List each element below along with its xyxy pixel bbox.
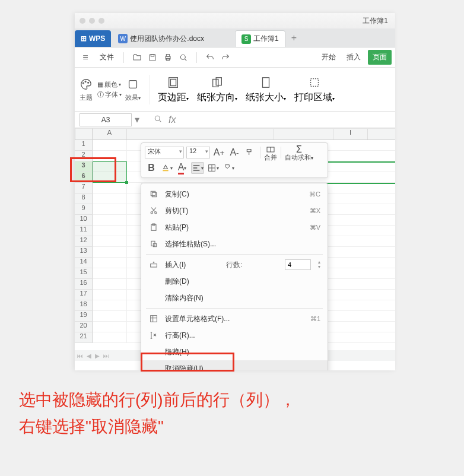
open-icon[interactable]	[130, 50, 144, 65]
col-header[interactable]: I	[333, 129, 368, 139]
ribbon-orientation[interactable]: 纸张方向▾	[197, 75, 237, 104]
row-header[interactable]: 9	[75, 204, 93, 215]
tab-start[interactable]: 开始	[318, 52, 339, 62]
palette-icon[interactable]	[78, 77, 94, 92]
column-headers[interactable]: A I	[93, 128, 395, 140]
close-icon[interactable]	[80, 18, 85, 24]
row-header[interactable]: 12	[75, 236, 93, 247]
preview-icon[interactable]	[176, 50, 190, 65]
ctx-paste[interactable]: 粘贴(P) ⌘V	[141, 219, 328, 236]
ctx-delete[interactable]: 删除(D)	[141, 273, 328, 290]
decrease-font-icon[interactable]: A-	[228, 147, 241, 158]
window-title: 工作簿1	[104, 16, 390, 26]
autosum-button[interactable]: Σ 自动求和▾	[285, 145, 313, 161]
borders-icon[interactable]: ▾	[206, 162, 220, 174]
ctx-paste-special[interactable]: 选择性粘贴(S)...	[141, 236, 328, 252]
last-sheet-icon[interactable]: ⏭	[103, 353, 109, 359]
file-menu[interactable]: 文件	[96, 51, 117, 64]
fill-color-icon[interactable]: ▾	[160, 162, 173, 174]
colors-icon[interactable]: ▦	[97, 81, 103, 88]
svg-rect-9	[129, 81, 137, 88]
ctx-row-height[interactable]: 行高(R)...	[141, 327, 328, 344]
row-header[interactable]: 20	[75, 322, 93, 332]
align-icon[interactable]: ▾	[191, 162, 204, 174]
svg-rect-19	[163, 170, 168, 171]
svg-point-16	[155, 116, 160, 120]
main-toolbar: ≡ 文件 开始 插入 页面	[75, 47, 395, 68]
row-header[interactable]: 14	[75, 258, 93, 268]
row-header[interactable]: 1	[75, 140, 93, 151]
row-header[interactable]: 11	[75, 226, 93, 236]
font-color-icon[interactable]: A▾	[176, 162, 189, 174]
prev-sheet-icon[interactable]: ◀	[87, 353, 91, 359]
printarea-icon	[307, 75, 322, 90]
ctx-insert[interactable]: 插入(I) 行数: ▴▾	[141, 256, 328, 273]
svg-rect-12	[213, 80, 218, 87]
row-header-selected[interactable]: 6	[75, 172, 93, 183]
select-all-corner[interactable]	[75, 128, 93, 140]
row-header-selected[interactable]: 3	[75, 161, 93, 172]
document-tab-docx[interactable]: W 使用团队协作办公.docx	[112, 30, 210, 47]
first-sheet-icon[interactable]: ⏮	[77, 353, 83, 359]
row-header[interactable]: 7	[75, 183, 93, 193]
stepper[interactable]: ▴▾	[318, 260, 320, 269]
tab-page-layout[interactable]: 页面	[368, 50, 392, 65]
row-header[interactable]: 18	[75, 300, 93, 311]
row-headers[interactable]: 1 2 3 6 7 8 9 10 11 12 13 14 15 16 17 18…	[75, 140, 93, 350]
document-tab-sheet[interactable]: S 工作簿1	[235, 30, 285, 47]
row-header[interactable]: 19	[75, 311, 93, 322]
next-sheet-icon[interactable]: ▶	[95, 353, 100, 359]
margins-icon	[166, 75, 181, 90]
font-size-select[interactable]: 12▾	[186, 147, 210, 158]
tab-insert[interactable]: 插入	[343, 52, 364, 62]
row-header[interactable]: 17	[75, 290, 93, 300]
svg-rect-30	[151, 316, 157, 322]
wps-home-tab[interactable]: ⊞ WPS	[75, 30, 111, 47]
shape-icon[interactable]: ▾	[222, 162, 235, 174]
row-header[interactable]: 10	[75, 215, 93, 226]
ribbon-printarea[interactable]: 打印区域▾	[294, 75, 335, 104]
print-icon[interactable]	[161, 50, 175, 65]
ctx-format-cells[interactable]: 设置单元格格式(F)... ⌘1	[141, 310, 328, 327]
format-painter-icon[interactable]	[243, 147, 256, 158]
ctx-clear[interactable]: 清除内容(N)	[141, 290, 328, 306]
effects-icon[interactable]	[125, 77, 141, 92]
svg-rect-1	[151, 54, 154, 56]
quick-tools	[130, 50, 190, 65]
name-box-dropdown[interactable]: ▾	[132, 114, 142, 125]
row-header[interactable]: 15	[75, 268, 93, 279]
redo-icon[interactable]	[218, 50, 233, 65]
ribbon-margins[interactable]: 页边距▾	[158, 75, 189, 104]
ctx-cut[interactable]: 剪切(T) ⌘X	[141, 202, 328, 219]
row-header[interactable]: 21	[75, 332, 93, 343]
undo-icon[interactable]	[203, 50, 217, 65]
bold-icon[interactable]: B	[145, 162, 158, 174]
ctx-hide[interactable]: 隐藏(H)	[141, 344, 328, 360]
row-header[interactable]: 13	[75, 247, 93, 258]
minimize-icon[interactable]	[89, 18, 95, 24]
zoom-icon[interactable]	[98, 18, 104, 24]
font-family-select[interactable]: 宋体▾	[145, 147, 184, 158]
col-header[interactable]	[274, 129, 333, 139]
svg-rect-11	[170, 80, 176, 86]
row-header[interactable]: 2	[75, 151, 93, 161]
row-header[interactable]: 16	[75, 279, 93, 290]
insert-rows-input[interactable]	[285, 259, 311, 270]
row-header[interactable]: 8	[75, 193, 93, 204]
col-header[interactable]	[127, 129, 274, 139]
ctx-copy[interactable]: 复制(C) ⌘C	[141, 186, 328, 202]
col-header[interactable]: A	[93, 129, 127, 139]
font-icon[interactable]: Ⓣ	[97, 90, 104, 99]
orientation-icon	[209, 75, 225, 90]
search-icon[interactable]	[153, 114, 163, 126]
name-box[interactable]: A3	[80, 113, 132, 126]
traffic-lights[interactable]	[80, 18, 104, 24]
ribbon-size[interactable]: 纸张大小▾	[246, 75, 286, 104]
fx-icon[interactable]: fx	[169, 115, 176, 125]
new-tab-button[interactable]: +	[287, 33, 301, 43]
merge-button[interactable]: 合并	[264, 145, 277, 161]
increase-font-icon[interactable]: A+	[212, 147, 225, 158]
ctx-unhide[interactable]: 取消隐藏(U)	[141, 360, 328, 370]
menu-icon[interactable]: ≡	[78, 50, 93, 65]
save-icon[interactable]	[145, 50, 160, 65]
